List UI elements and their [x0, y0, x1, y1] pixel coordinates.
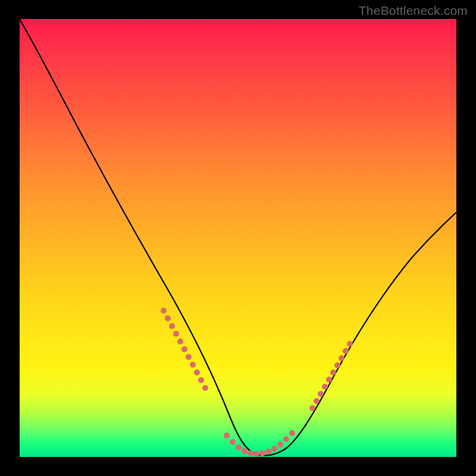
- svg-point-2: [169, 323, 175, 329]
- watermark-text: TheBottleneck.com: [359, 4, 468, 18]
- svg-point-32: [347, 341, 353, 347]
- svg-point-25: [318, 391, 324, 397]
- svg-point-11: [224, 433, 230, 439]
- chart-frame: TheBottleneck.com: [0, 0, 476, 476]
- dot-cluster-valley: [224, 430, 295, 457]
- svg-point-16: [253, 451, 259, 457]
- svg-point-17: [259, 450, 265, 456]
- svg-point-4: [177, 339, 183, 345]
- svg-point-1: [165, 315, 171, 321]
- svg-point-15: [248, 450, 253, 456]
- svg-point-8: [194, 369, 200, 375]
- curve-layer: [20, 19, 456, 457]
- svg-point-10: [202, 385, 208, 391]
- svg-point-3: [173, 331, 179, 337]
- bottleneck-curve: [20, 19, 456, 456]
- svg-point-21: [283, 436, 289, 442]
- svg-point-19: [271, 446, 277, 452]
- svg-point-23: [309, 405, 315, 411]
- svg-point-6: [186, 354, 192, 360]
- svg-point-22: [289, 430, 295, 436]
- svg-point-26: [322, 384, 328, 390]
- svg-point-18: [265, 449, 271, 455]
- svg-point-0: [161, 308, 167, 314]
- svg-point-5: [181, 346, 187, 352]
- svg-point-13: [236, 444, 242, 450]
- svg-point-24: [314, 398, 320, 404]
- svg-point-9: [198, 377, 204, 383]
- svg-point-7: [190, 362, 196, 368]
- svg-point-14: [242, 448, 248, 454]
- svg-point-12: [230, 439, 236, 445]
- svg-point-30: [339, 355, 345, 361]
- dot-cluster-right: [309, 341, 353, 411]
- svg-point-28: [330, 369, 336, 375]
- svg-point-29: [334, 362, 340, 368]
- svg-point-31: [343, 348, 349, 354]
- svg-point-27: [326, 377, 332, 383]
- svg-point-20: [277, 441, 283, 447]
